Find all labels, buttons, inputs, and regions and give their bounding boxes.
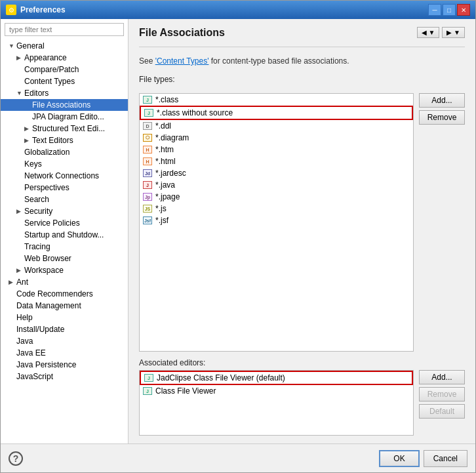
sidebar-item-text-editors[interactable]: ▶ Text Editors	[1, 134, 128, 146]
expand-arrow-ant: ▶	[9, 279, 16, 285]
associated-buttons: Add... Remove Default	[419, 370, 465, 436]
sidebar-item-javascript[interactable]: JavaScript	[1, 371, 128, 382]
sidebar-item-content-types[interactable]: Content Types	[1, 75, 128, 87]
sidebar-item-java-ee[interactable]: Java EE	[1, 347, 128, 359]
diagram-icon: ⬡	[142, 133, 153, 142]
no-arrow-wb	[16, 255, 24, 262]
panel-header: File Associations ◀ ▼ ▶ ▼	[139, 27, 465, 47]
file-types-add-button[interactable]: Add...	[419, 93, 465, 108]
associated-editors-label: Associated editors:	[139, 358, 465, 367]
nav-buttons: ◀ ▼ ▶ ▼	[417, 27, 465, 38]
no-arrow-jee	[9, 350, 16, 356]
sidebar-item-keys[interactable]: Keys	[1, 158, 128, 170]
file-types-list[interactable]: J *.class J *.class without source D *.d…	[139, 93, 414, 352]
title-bar-left: ⚙ Preferences	[6, 5, 66, 15]
maximize-button[interactable]: □	[443, 4, 456, 16]
sidebar-item-web-browser[interactable]: Web Browser	[1, 253, 128, 264]
no-arrow-g	[16, 149, 24, 155]
list-item-ddl[interactable]: D *.ddl	[140, 120, 413, 132]
list-item-jsf[interactable]: Jsf *.jsf	[140, 215, 413, 226]
class-no-source-icon: J	[144, 108, 154, 117]
sidebar-item-compare-patch[interactable]: Compare/Patch	[1, 64, 128, 75]
no-arrow	[16, 78, 24, 85]
forward-button[interactable]: ▶ ▼	[442, 27, 465, 38]
sidebar-item-structured-text[interactable]: ▶ Structured Text Edi...	[1, 123, 128, 134]
list-item-jadclipse[interactable]: J JadClipse Class File Viewer (default)	[140, 371, 413, 385]
no-arrow-cr	[9, 291, 16, 297]
back-button[interactable]: ◀ ▼	[417, 27, 440, 38]
sidebar-item-service-policies[interactable]: Service Policies	[1, 217, 128, 229]
sidebar-item-search[interactable]: Search	[1, 194, 128, 205]
sidebar-item-tracing[interactable]: Tracing	[1, 241, 128, 253]
sidebar-item-workspace[interactable]: ▶ Workspace	[1, 264, 128, 276]
no-arrow-k	[16, 161, 24, 167]
bottom-buttons: OK Cancel	[379, 450, 467, 467]
java-icon: J	[142, 180, 153, 190]
file-types-label: File types:	[139, 75, 465, 84]
sidebar-item-globalization[interactable]: Globalization	[1, 146, 128, 158]
preferences-window: ⚙ Preferences ─ □ ✕ ▼ General ▶ Appearan…	[0, 0, 476, 473]
sidebar-item-java[interactable]: Java	[1, 335, 128, 347]
minimize-button[interactable]: ─	[428, 4, 441, 16]
no-arrow-j	[9, 338, 16, 344]
content-types-link[interactable]: 'Content Types'	[155, 56, 209, 66]
window-title: Preferences	[20, 5, 66, 14]
sidebar-item-install-update[interactable]: Install/Update	[1, 323, 128, 335]
no-arrow-dm	[9, 302, 16, 309]
sidebar-item-ant[interactable]: ▶ Ant	[1, 276, 128, 288]
cancel-button[interactable]: Cancel	[424, 450, 467, 467]
expand-arrow-general: ▼	[9, 43, 16, 49]
list-item-js[interactable]: JS *.js	[140, 203, 413, 215]
sidebar-item-code-recommenders[interactable]: Code Recommenders	[1, 288, 128, 300]
list-item-diagram[interactable]: ⬡ *.diagram	[140, 132, 413, 144]
help-button[interactable]: ?	[9, 451, 23, 466]
sidebar-item-general[interactable]: ▼ General	[1, 40, 128, 52]
main-area: ▼ General ▶ Appearance Compare/Patch Con…	[1, 19, 475, 443]
no-arrow-nc	[16, 173, 24, 179]
list-item-html[interactable]: H *.html	[140, 155, 413, 167]
sidebar-item-file-associations[interactable]: File Associations	[1, 99, 128, 111]
htm-icon: H	[142, 145, 153, 154]
sidebar-item-help[interactable]: Help	[1, 312, 128, 323]
associated-editors-list[interactable]: J JadClipse Class File Viewer (default) …	[139, 370, 414, 436]
associated-editors-section: Associated editors: J JadClipse Class Fi…	[139, 358, 465, 436]
class-viewer-icon: J	[142, 386, 153, 396]
list-item-class-no-source[interactable]: J *.class without source	[140, 106, 413, 120]
list-item-jpage[interactable]: Jp *.jpage	[140, 191, 413, 203]
list-item-class[interactable]: J *.class	[140, 94, 413, 106]
js-icon: JS	[142, 204, 153, 213]
file-types-buttons: Add... Remove	[419, 93, 465, 352]
no-arrow-jp	[9, 361, 16, 368]
associated-remove-button[interactable]: Remove	[419, 387, 465, 401]
no-arrow-js	[9, 373, 16, 380]
filter-input[interactable]	[5, 23, 124, 36]
file-types-remove-button[interactable]: Remove	[419, 110, 465, 125]
title-bar: ⚙ Preferences ─ □ ✕	[1, 1, 475, 19]
title-controls: ─ □ ✕	[428, 4, 470, 16]
sidebar-item-jpa-diagram[interactable]: JPA Diagram Edito...	[1, 111, 128, 123]
sidebar-item-security[interactable]: ▶ Security	[1, 205, 128, 217]
sidebar-item-data-management[interactable]: Data Management	[1, 300, 128, 312]
sidebar-item-perspectives[interactable]: Perspectives	[1, 182, 128, 194]
sidebar-item-startup[interactable]: Startup and Shutdow...	[1, 229, 128, 241]
close-button[interactable]: ✕	[457, 4, 470, 16]
class-icon: J	[142, 95, 153, 104]
file-types-section: J *.class J *.class without source D *.d…	[139, 93, 465, 352]
ok-button[interactable]: OK	[379, 450, 419, 467]
list-item-htm[interactable]: H *.htm	[140, 144, 413, 155]
list-item-class-viewer[interactable]: J Class File Viewer	[140, 385, 413, 397]
bottom-bar: ? OK Cancel	[1, 443, 475, 472]
associated-add-button[interactable]: Add...	[419, 370, 465, 384]
associated-default-button[interactable]: Default	[419, 404, 465, 419]
list-item-jardesc[interactable]: Jd *.jardesc	[140, 167, 413, 179]
list-item-java[interactable]: J *.java	[140, 179, 413, 191]
panel-title: File Associations	[139, 27, 225, 39]
jpage-icon: Jp	[142, 192, 153, 201]
sidebar-item-appearance[interactable]: ▶ Appearance	[1, 52, 128, 64]
sidebar-item-editors[interactable]: ▼ Editors	[1, 87, 128, 99]
sidebar-item-network-connections[interactable]: Network Connections	[1, 170, 128, 182]
no-arrow-tr	[16, 243, 24, 250]
jsf-icon: Jsf	[142, 216, 153, 225]
sidebar-item-java-persistence[interactable]: Java Persistence	[1, 359, 128, 371]
no-arrow-p	[16, 184, 24, 191]
